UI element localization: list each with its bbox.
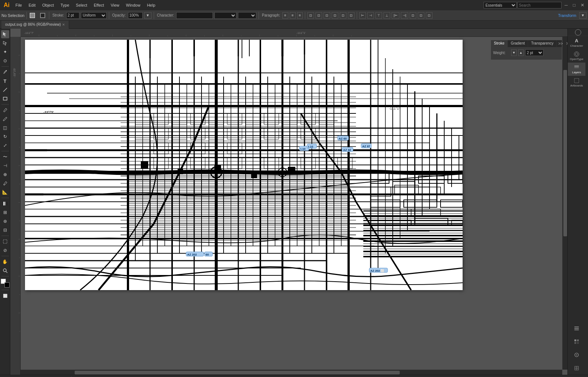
stroke-value-input[interactable] [66,12,79,19]
map-svg: AZ 60 I-10 I-10 AZ 60 AZ 87 AZ 202 [25,40,463,290]
menu-effect[interactable]: Effect [91,2,107,8]
properties-icon-2[interactable] [568,335,585,348]
character-font-input[interactable] [176,12,213,19]
align-btn-5[interactable]: ⊡ [340,12,346,19]
align-btn-1[interactable]: ⊡ [307,12,314,19]
align-btn-3[interactable]: ⊡ [324,12,330,19]
transparency-tab[interactable]: Transparency [528,40,557,47]
screen-mode-btn[interactable]: ⬜ [1,292,9,300]
close-tab-btn[interactable]: ✕ [62,23,65,27]
artboard: AZ 60 I-10 I-10 AZ 60 AZ 87 AZ 202 [25,40,463,290]
svg-text:60: 60 [206,253,209,256]
slice-tool[interactable]: ⊘ [1,246,9,254]
selection-tool[interactable] [1,30,9,38]
menu-edit[interactable]: Edit [26,2,39,8]
align-btn-6[interactable]: ⊡ [348,12,354,19]
opacity-options-btn[interactable]: ▼ [144,12,152,19]
blend-tool[interactable]: ⊕ [1,170,9,179]
align-left-btn[interactable]: ≡ [282,12,288,19]
artboards-panel-btn[interactable]: Artboards [568,76,585,89]
horizontal-scrollbar[interactable] [21,370,562,375]
transform-panel-label[interactable]: Transform [556,13,578,18]
direct-selection-tool[interactable] [1,39,9,47]
pen-tool[interactable] [1,68,9,76]
type-tool[interactable]: T [1,77,9,85]
panel-collapse-btn[interactable]: ✕ [564,40,567,47]
transform-btn-4[interactable]: ⊥ [384,12,390,19]
menu-file[interactable]: File [13,2,25,8]
layers-panel-btn[interactable]: Layers [568,63,585,76]
menu-help[interactable]: Help [144,2,158,8]
v-scrollbar-thumb[interactable] [563,70,567,236]
essentials-dropdown[interactable]: Essentials [484,2,517,8]
search-input[interactable] [517,2,562,8]
stroke-type-select[interactable]: Uniform [81,12,107,19]
pencil-tool[interactable] [1,115,9,123]
menu-object[interactable]: Object [39,2,57,8]
stroke-color[interactable] [39,12,47,19]
properties-icon-1[interactable] [568,322,585,335]
zoom-tool[interactable] [1,267,9,275]
lasso-tool[interactable]: ⊙ [1,57,9,65]
fill-stroke-indicator[interactable] [1,279,10,288]
line-tool[interactable] [1,86,9,94]
opacity-input[interactable] [128,12,143,19]
vertical-scrollbar[interactable] [562,37,567,370]
live-paint-tool[interactable]: ⊟ [1,226,9,234]
width-tool[interactable]: ⊣ [1,162,9,170]
transform-btn-1[interactable]: ⊢ [359,12,366,19]
menu-select[interactable]: Select [73,2,90,8]
panel-options-arrow[interactable]: >> [557,40,564,47]
transform-btn-5[interactable]: |⊢ [392,12,399,19]
panel-options-btn[interactable]: ▼ [579,12,587,19]
eyedropper-tool[interactable] [1,179,9,187]
align-center-btn[interactable]: ≡ [290,12,296,19]
window-minimize[interactable]: ─ [562,3,570,8]
stroke-panel-tabs: Stroke Gradient Transparency >> ✕ [491,40,562,47]
h-scrollbar-thumb[interactable] [75,371,400,374]
rotate-tool[interactable]: ↻ [1,133,9,141]
properties-icon-4[interactable] [568,362,585,375]
mesh-tool[interactable]: ⊞ [1,208,9,216]
weight-select[interactable]: 2 pt [525,49,544,56]
menu-window[interactable]: Window [123,2,143,8]
character-size-select[interactable] [238,12,256,19]
transform-btn-3[interactable]: ⊤ [375,12,382,19]
warp-tool[interactable]: 〜 [1,153,9,161]
window-close[interactable]: ✕ [578,3,587,8]
gradient-tab[interactable]: Gradient [508,40,528,47]
transform-btn-8[interactable]: ⊡ [418,12,424,19]
align-btn-4[interactable]: ⊡ [332,12,338,19]
transform-btn-7[interactable]: ⊡ [410,12,416,19]
paintbrush-tool[interactable] [1,106,9,114]
transform-btn-2[interactable]: ⊣ [367,12,374,19]
fill-color[interactable] [29,12,37,19]
transform-btn-6[interactable]: ⊣| [401,12,408,19]
stroke-tab[interactable]: Stroke [491,40,508,47]
menu-type[interactable]: Type [58,2,72,8]
character-panel-btn[interactable]: A Character [568,36,585,49]
align-btn-2[interactable]: ⊡ [316,12,322,19]
weight-decrease-btn[interactable]: ▼ [511,49,517,56]
menu-view[interactable]: View [108,2,122,8]
shape-builder-tool[interactable]: ⊛ [1,217,9,225]
measure-tool[interactable]: 📐 [1,188,9,196]
hand-tool[interactable]: ✋ [1,258,9,266]
tool-divider-8 [1,290,9,290]
eraser-tool[interactable]: ◫ [1,124,9,132]
align-right-btn[interactable]: ≡ [297,12,303,19]
gradient-tool[interactable] [1,200,9,208]
artboard-tool[interactable] [1,237,9,246]
magic-wand-tool[interactable]: ✦ [1,48,9,56]
rectangle-tool[interactable] [1,95,9,103]
svg-point-3 [4,184,4,185]
character-style-select[interactable] [214,12,236,19]
tool-divider-4 [1,198,9,198]
window-maximize[interactable]: □ [571,3,578,8]
properties-icon-3[interactable] [568,348,585,362]
scale-tool[interactable]: ⤢ [1,141,9,149]
weight-increase-btn[interactable]: ▲ [518,49,524,56]
opentype-panel-btn[interactable]: O OpenType [568,49,585,63]
transform-btn-9[interactable]: ⊡ [426,12,432,19]
document-tab[interactable]: output.svg @ 86% (RGB/Preview) ✕ [1,21,69,29]
